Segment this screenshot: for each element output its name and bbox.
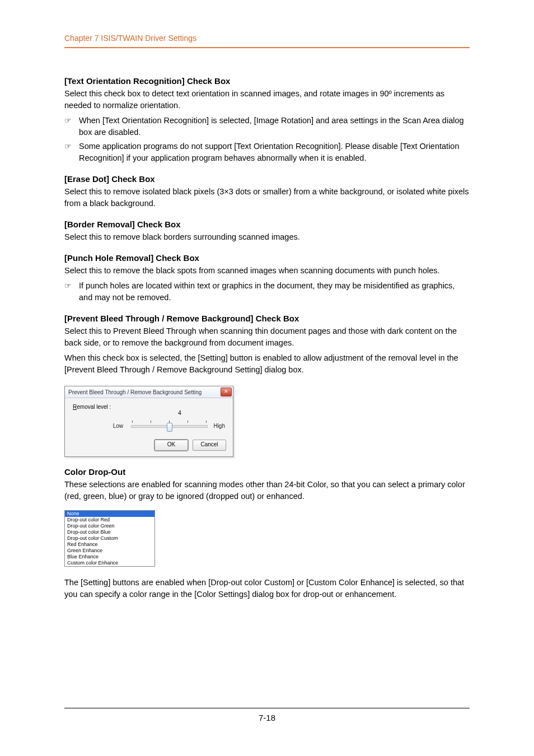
note-list: When [Text Orientation Recognition] is s… xyxy=(64,115,470,164)
section-title-color-dropout: Color Drop-Out xyxy=(64,467,470,477)
list-item[interactable]: Drop-out color Green xyxy=(65,523,154,529)
section-title-text-orientation: [Text Orientation Recognition] Check Box xyxy=(64,76,470,86)
list-item[interactable]: Custom color Enhance xyxy=(65,560,154,566)
note-list: If punch holes are located within text o… xyxy=(64,280,470,304)
list-item[interactable]: Drop-out color Custom xyxy=(65,535,154,542)
list-item[interactable]: Drop-out color Red xyxy=(65,517,154,523)
page: Chapter 7 ISIS/TWAIN Driver Settings [Te… xyxy=(0,0,534,756)
body-text: The [Setting] buttons are enabled when [… xyxy=(64,577,470,600)
dialog-footer: OK Cancel xyxy=(65,435,233,456)
footer-rule xyxy=(64,708,470,708)
list-item[interactable]: Blue Enhance xyxy=(65,554,154,560)
slider-low-label: Low xyxy=(73,423,125,429)
page-number: 7-18 xyxy=(64,713,470,722)
body-text: Select this to remove black borders surr… xyxy=(64,231,470,243)
slider-thumb[interactable] xyxy=(167,423,172,432)
dialog-title: Prevent Bleed Through / Remove Backgroun… xyxy=(68,389,202,395)
removal-level-label: Removal level : xyxy=(73,404,129,410)
close-icon[interactable]: ✕ xyxy=(221,388,232,396)
section-title-erase-dot: [Erase Dot] Check Box xyxy=(64,174,470,184)
chapter-header: Chapter 7 ISIS/TWAIN Driver Settings xyxy=(64,34,470,47)
section-title-punch-hole: [Punch Hole Removal] Check Box xyxy=(64,253,470,263)
removal-level-value: 4 xyxy=(134,410,225,416)
dialog-body: Removal level : 4 Low High xyxy=(65,398,233,435)
removal-level-slider[interactable] xyxy=(131,421,208,431)
body-text: Select this to remove the black spots fr… xyxy=(64,265,470,277)
list-item[interactable]: None xyxy=(65,511,154,517)
prevent-bleed-dialog: Prevent Bleed Through / Remove Backgroun… xyxy=(64,386,233,457)
slider-high-label: High xyxy=(213,423,225,429)
body-text: Select this to remove isolated black pix… xyxy=(64,186,470,209)
ok-button[interactable]: OK xyxy=(154,440,188,451)
list-item[interactable]: Drop-out color Blue xyxy=(65,529,154,535)
section-title-prevent-bleed: [Prevent Bleed Through / Remove Backgrou… xyxy=(64,314,470,323)
page-footer: 7-18 xyxy=(64,708,470,722)
section-title-border-removal: [Border Removal] Check Box xyxy=(64,220,470,229)
list-item[interactable]: Red Enhance xyxy=(65,542,154,548)
dialog-titlebar: Prevent Bleed Through / Remove Backgroun… xyxy=(65,386,233,398)
body-text: Select this to Prevent Bleed Through whe… xyxy=(64,325,470,349)
body-text: When this check box is selected, the [Se… xyxy=(64,352,470,376)
color-dropout-list[interactable]: None Drop-out color Red Drop-out color G… xyxy=(64,510,155,567)
note-item: If punch holes are located within text o… xyxy=(64,280,470,304)
note-item: Some application programs do not support… xyxy=(64,141,470,164)
header-rule xyxy=(64,47,470,48)
list-item[interactable]: Green Enhance xyxy=(65,548,154,554)
body-text: Select this check box to detect text ori… xyxy=(64,88,470,111)
cancel-button[interactable]: Cancel xyxy=(193,440,226,451)
note-item: When [Text Orientation Recognition] is s… xyxy=(64,115,470,138)
body-text: These selections are enabled for scannin… xyxy=(64,479,470,502)
